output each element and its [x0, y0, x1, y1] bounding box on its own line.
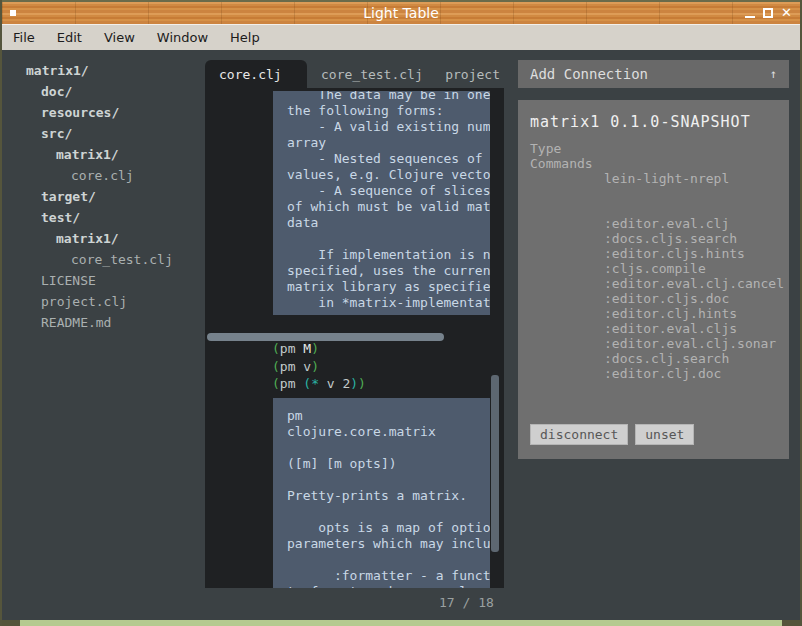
doc-horizontal-scrollbar[interactable] [207, 333, 444, 341]
tree-item[interactable]: resources/ [2, 102, 205, 123]
code-block[interactable]: (pm M)(pm v)(pm (* v 2)) [272, 341, 366, 394]
menu-edit[interactable]: Edit [46, 30, 93, 45]
command-item: :editor.eval.cljs [604, 321, 784, 336]
doc-text: The data may be in one of the following … [287, 91, 490, 311]
editor-column: core.clj core_test.clj project The data … [205, 60, 504, 588]
doc-text: pm clojure.core.matrix ([m] [m opts]) Pr… [287, 408, 490, 588]
tree-item[interactable]: LICENSE [2, 270, 205, 291]
connection-title: matrix1 0.1.0-SNAPSHOT [530, 113, 777, 131]
file-tree: matrix1/doc/resources/src/matrix1/core.c… [2, 60, 205, 333]
add-connection-button[interactable]: Add Connection ↑ [518, 60, 789, 88]
window-controls: ✕ [745, 8, 800, 18]
commands-list: :editor.eval.clj:docs.cljs.search:editor… [604, 216, 784, 381]
collapse-arrow-icon[interactable]: ↑ [770, 67, 777, 81]
editor-pane[interactable]: The data may be in one of the following … [205, 88, 504, 588]
connection-actions: disconnect unset [530, 424, 777, 445]
command-item: :editor.clj.hints [604, 306, 784, 321]
connection-detail-values: lein-light-nrepl :editor.eval.clj:docs.c… [604, 141, 784, 411]
command-item: :editor.cljs.doc [604, 291, 784, 306]
editor-vertical-scrollbar[interactable] [491, 375, 499, 552]
menu-help[interactable]: Help [219, 30, 271, 45]
resize-grip-left[interactable] [2, 620, 20, 626]
tree-item[interactable]: project.clj [2, 291, 205, 312]
window-resize-strip[interactable] [2, 620, 800, 626]
unset-button[interactable]: unset [635, 424, 694, 445]
cursor-position-status: 17 / 18 [439, 595, 494, 610]
commands-label: Commands [530, 156, 604, 171]
disconnect-button[interactable]: disconnect [530, 424, 628, 445]
tree-item[interactable]: matrix1/ [2, 60, 205, 81]
code-line: (pm v) [272, 359, 366, 377]
close-icon[interactable]: ✕ [781, 8, 792, 18]
tab-project[interactable]: project [445, 60, 504, 88]
command-item: :editor.eval.clj.sonar [604, 336, 784, 351]
tree-item[interactable]: target/ [2, 186, 205, 207]
command-item: :editor.cljs.hints [604, 246, 784, 261]
tab-core-clj[interactable]: core.clj [205, 60, 307, 88]
tree-item[interactable]: doc/ [2, 81, 205, 102]
tabbar: core.clj core_test.clj project [205, 60, 504, 88]
tree-item[interactable]: core.clj [2, 165, 205, 186]
connection-card: matrix1 0.1.0-SNAPSHOT Type Commands lei… [518, 100, 789, 459]
inline-doc-popup-top: The data may be in one of the following … [273, 91, 490, 315]
tree-item[interactable]: README.md [2, 312, 205, 333]
connect-panel: Add Connection ↑ matrix1 0.1.0-SNAPSHOT … [518, 60, 789, 459]
menu-window[interactable]: Window [146, 30, 219, 45]
menu-file[interactable]: File [2, 30, 46, 45]
menu-view[interactable]: View [93, 30, 146, 45]
app-window: Light Table ✕ FileEditViewWindowHelp mat… [0, 0, 802, 626]
command-item: :cljs.compile [604, 261, 784, 276]
main-area: matrix1/doc/resources/src/matrix1/core.c… [2, 50, 800, 620]
tree-item[interactable]: src/ [2, 123, 205, 144]
window-title: Light Table [2, 5, 800, 21]
type-label: Type [530, 141, 604, 156]
command-item: :editor.eval.clj [604, 216, 784, 231]
resize-grip-right[interactable] [782, 620, 800, 626]
menubar: FileEditViewWindowHelp [2, 24, 800, 50]
minimize-icon[interactable] [745, 9, 755, 18]
command-item: :editor.eval.clj.cancel [604, 276, 784, 291]
tree-item[interactable]: matrix1/ [2, 144, 205, 165]
type-value: lein-light-nrepl [604, 171, 784, 186]
inline-doc-popup-bottom: pm clojure.core.matrix ([m] [m opts]) Pr… [273, 398, 490, 588]
connection-details: Type Commands lein-light-nrepl :editor.e… [530, 141, 777, 411]
tree-item[interactable]: core_test.clj [2, 249, 205, 270]
command-item: :docs.clj.search [604, 351, 784, 366]
titlebar[interactable]: Light Table ✕ [2, 0, 800, 24]
code-line: (pm M) [272, 341, 366, 359]
code-line: (pm (* v 2)) [272, 376, 366, 394]
command-item: :editor.clj.doc [604, 366, 784, 381]
command-item: :docs.cljs.search [604, 231, 784, 246]
tab-core-test-clj[interactable]: core_test.clj [307, 60, 437, 88]
tree-item[interactable]: test/ [2, 207, 205, 228]
connection-detail-labels: Type Commands [530, 141, 604, 411]
maximize-icon[interactable] [763, 8, 773, 18]
tree-item[interactable]: matrix1/ [2, 228, 205, 249]
